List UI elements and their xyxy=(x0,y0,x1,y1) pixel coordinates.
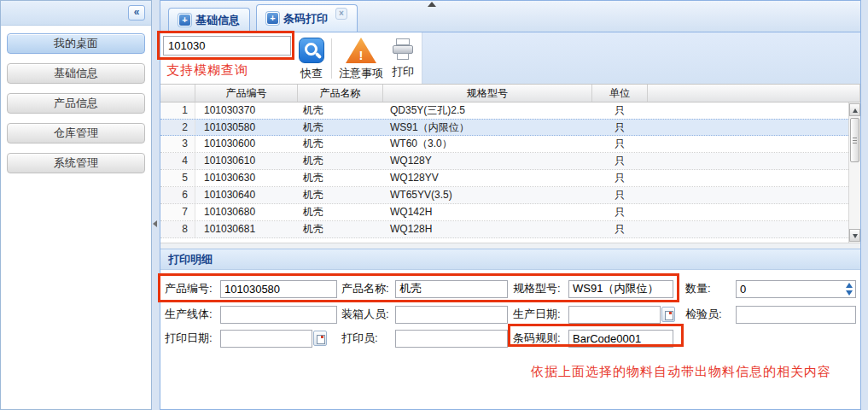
column-header-filler xyxy=(648,85,860,102)
table-row[interactable]: 7 101030680 机壳 WQ142H 只 xyxy=(160,204,860,221)
cell-rownum: 5 xyxy=(160,170,195,186)
print-date-input[interactable] xyxy=(220,330,312,348)
scroll-down-icon[interactable] xyxy=(849,229,860,242)
panel-splitter[interactable] xyxy=(152,0,160,410)
packer-input[interactable] xyxy=(395,306,508,324)
printer-name-label: 打印员: xyxy=(341,331,395,346)
cell-code: 101030630 xyxy=(195,170,298,186)
cell-unit: 只 xyxy=(592,136,648,152)
sidebar-item-my-desktop[interactable]: 我的桌面 xyxy=(7,33,145,54)
print-button[interactable]: 打印 xyxy=(387,36,418,84)
sidebar-item-product-info[interactable]: 产品信息 xyxy=(7,93,145,114)
tab-barcode-print[interactable]: + 条码打印 × xyxy=(256,4,358,32)
cell-spec: WT60（3.0） xyxy=(383,136,592,152)
product-code-input[interactable] xyxy=(220,280,337,298)
field-spec: 规格型号: xyxy=(513,279,673,298)
product-name-label: 产品名称: xyxy=(341,281,395,296)
cell-name: 机壳 xyxy=(298,221,383,237)
spec-input[interactable] xyxy=(568,280,673,298)
inspector-label: 检验员: xyxy=(685,307,736,322)
production-line-input[interactable] xyxy=(220,306,337,324)
cell-rownum: 3 xyxy=(160,136,195,152)
printer-name-input[interactable] xyxy=(395,330,508,348)
field-product-name: 产品名称: xyxy=(341,279,508,298)
quick-search-button[interactable]: 快查 xyxy=(294,36,329,84)
print-date-label: 打印日期: xyxy=(165,331,220,346)
toolbar-separator xyxy=(331,38,332,79)
product-code-label: 产品编号: xyxy=(165,281,220,296)
cell-spec: WQ128Y xyxy=(383,153,592,169)
cell-code: 101030370 xyxy=(195,102,298,119)
field-production-line: 生产线体: xyxy=(165,305,337,324)
sidebar-collapse-icon[interactable]: « xyxy=(128,5,145,20)
spinner-down-icon[interactable] xyxy=(842,289,855,297)
cell-unit: 只 xyxy=(592,120,648,135)
sidebar-menu: 我的桌面 基础信息 产品信息 仓库管理 系统管理 xyxy=(1,26,151,181)
splitter-collapse-icon[interactable] xyxy=(153,220,157,227)
tab-close-icon[interactable]: × xyxy=(335,8,347,20)
quantity-stepper[interactable] xyxy=(736,280,856,298)
field-quantity: 数量: xyxy=(685,279,856,298)
cell-spec: WT65YV(3.5) xyxy=(383,187,592,203)
cell-rownum: 7 xyxy=(160,204,195,220)
field-barcode-rule: 条码规则: xyxy=(513,329,673,348)
print-label: 打印 xyxy=(392,64,414,79)
calendar-icon[interactable] xyxy=(661,307,675,322)
sidebar: « 我的桌面 基础信息 产品信息 仓库管理 系统管理 xyxy=(0,0,152,410)
spinner-up-icon[interactable] xyxy=(842,281,855,290)
cell-name: 机壳 xyxy=(298,120,383,135)
cell-code: 101030610 xyxy=(195,153,298,169)
sidebar-header: « xyxy=(1,1,151,26)
cell-code: 101030640 xyxy=(195,187,298,203)
field-print-date: 打印日期: xyxy=(165,329,327,348)
table-row[interactable]: 5 101030630 机壳 WQ128YV 只 xyxy=(160,170,860,187)
barcode-rule-input[interactable] xyxy=(568,330,673,348)
table-bottom-strip xyxy=(160,243,860,249)
table-row[interactable]: 8 101030681 机壳 WQ128H 只 xyxy=(160,221,860,238)
cell-name: 机壳 xyxy=(298,170,383,186)
cell-rownum: 6 xyxy=(160,187,195,203)
quantity-label: 数量: xyxy=(685,281,736,296)
cell-rownum: 8 xyxy=(160,221,195,237)
tab-add-icon: + xyxy=(266,12,279,25)
barcode-rule-label: 条码规则: xyxy=(513,331,568,346)
table-row-selected[interactable]: 2 101030580 机壳 WS91（内限位） 只 xyxy=(160,119,860,136)
warning-icon: ! xyxy=(346,38,376,63)
quick-search-label: 快查 xyxy=(300,66,323,81)
column-header-rownum xyxy=(160,85,195,102)
table-row[interactable]: 6 101030640 机壳 WT65YV(3.5) 只 xyxy=(160,187,860,204)
production-date-label: 生产日期: xyxy=(513,307,568,322)
cell-unit: 只 xyxy=(592,204,648,220)
spec-label: 规格型号: xyxy=(513,281,568,296)
tab-bar: + 基础信息 + 条码打印 × xyxy=(160,1,860,32)
calendar-icon[interactable] xyxy=(313,331,327,346)
scrollbar-thumb[interactable] xyxy=(850,118,859,162)
production-date-input[interactable] xyxy=(568,306,661,324)
table-row[interactable]: 3 101030600 机壳 WT60（3.0） 只 xyxy=(160,136,860,153)
search-icon xyxy=(299,38,324,63)
field-inspector: 检验员: xyxy=(685,305,856,324)
cell-code: 101030580 xyxy=(195,120,298,135)
column-header-name[interactable]: 产品名称 xyxy=(298,85,383,102)
column-header-spec[interactable]: 规格型号 xyxy=(383,85,592,102)
column-header-unit[interactable]: 单位 xyxy=(592,85,648,102)
inspector-input[interactable] xyxy=(736,306,856,324)
tab-basic-info[interactable]: + 基础信息 xyxy=(168,8,250,32)
sidebar-item-system[interactable]: 系统管理 xyxy=(7,153,145,173)
print-detail-form: 产品编号: 产品名称: 规格型号: 数量: 生产线体: xyxy=(160,270,860,409)
sidebar-item-warehouse[interactable]: 仓库管理 xyxy=(7,123,145,144)
sidebar-item-basic-info[interactable]: 基础信息 xyxy=(7,63,145,84)
field-product-code: 产品编号: xyxy=(165,279,337,298)
search-input[interactable] xyxy=(163,36,291,56)
panel-collapse-handle-icon[interactable] xyxy=(428,2,436,7)
scroll-up-icon[interactable] xyxy=(849,103,860,116)
packer-label: 装箱人员: xyxy=(341,307,395,322)
cell-code: 101030681 xyxy=(195,221,298,237)
table-row[interactable]: 4 101030610 机壳 WQ128Y 只 xyxy=(160,153,860,170)
field-production-date: 生产日期: xyxy=(513,305,675,324)
product-name-input[interactable] xyxy=(395,280,508,298)
table-row[interactable]: 1 101030370 机壳 QD35Y(三孔)2.5 只 xyxy=(160,102,860,120)
column-header-code[interactable]: 产品编号 xyxy=(195,85,298,102)
notes-button[interactable]: ! 注意事项 xyxy=(335,36,387,84)
vertical-scrollbar[interactable] xyxy=(848,102,860,243)
